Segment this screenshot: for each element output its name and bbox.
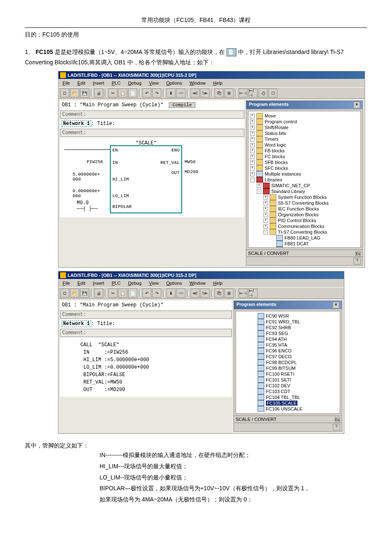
tree-item[interactable]: FC104 TBL_TBL	[237, 394, 339, 400]
save-button[interactable]: 💾	[80, 289, 89, 298]
network-comment[interactable]: Comment:	[60, 129, 244, 137]
catalog-button[interactable]: 📚	[214, 88, 224, 98]
tree-expand-icon[interactable]: -	[257, 189, 261, 194]
close-icon[interactable]: ×	[333, 302, 339, 308]
paste-button[interactable]: 📄	[128, 88, 137, 98]
elements-button[interactable]: ⊞	[224, 289, 234, 298]
tree-item[interactable]: +Communication Blocks	[249, 223, 360, 229]
menu-plc[interactable]: PLC	[108, 280, 124, 286]
tree-item[interactable]: +Program control	[249, 119, 360, 125]
menu-edit[interactable]: Edit	[74, 280, 89, 286]
toolbar[interactable]: 🗋 📂 💾 🖨 ✂ 📋 📄 ↶ ↷ ⬇ 👓 ≪! !≫ 📚 ⊞ ⊢⊣ ⊢/⊣ -…	[58, 87, 365, 99]
network-label[interactable]: Network 1	[62, 120, 91, 127]
tree-expand-icon[interactable]: -	[250, 178, 255, 182]
tree-item[interactable]: FC99 BITSUM	[237, 365, 339, 371]
tree-item[interactable]: FC95 HTA	[237, 342, 339, 348]
menu-insert[interactable]: Insert	[90, 280, 108, 286]
copy-button[interactable]: 📋	[118, 289, 127, 298]
tree-item[interactable]: -TI-S7 Converting Blocks	[249, 229, 360, 235]
tree-expand-icon[interactable]: +	[250, 114, 255, 118]
tree-item[interactable]: +Move	[249, 113, 360, 119]
tree-item[interactable]: FC97 DECO	[237, 354, 339, 359]
goto-button[interactable]: ≪!	[190, 289, 200, 298]
tree-expand-icon[interactable]: +	[250, 125, 255, 130]
network-label[interactable]: Network 1	[62, 320, 91, 327]
element-tree[interactable]: FC90 WSRFC91 WRD_TBLFC92 SHRBFC93 SEGFC9…	[236, 311, 340, 414]
cut-button[interactable]: ✂	[108, 88, 117, 98]
menu-view[interactable]: View	[146, 80, 162, 86]
tree-expand-icon[interactable]: +	[250, 120, 255, 124]
print-button[interactable]: 🖨	[94, 289, 103, 298]
download-button[interactable]: ⬇	[166, 88, 175, 98]
tree-item[interactable]: FC92 SHRB	[237, 325, 339, 330]
close-icon[interactable]: ×	[353, 102, 360, 108]
monitor-button[interactable]: 👓	[176, 88, 185, 98]
box-button[interactable]: ☐	[268, 88, 278, 98]
menu-window[interactable]: Window	[186, 280, 209, 286]
tree-item[interactable]: FB82 MCAT	[249, 247, 360, 248]
menu-edit[interactable]: Edit	[74, 80, 89, 86]
undo-button[interactable]: ↶	[142, 289, 151, 298]
tree-item[interactable]: +IEC Function Blocks	[249, 206, 360, 212]
tree-item[interactable]: +FC blocks	[249, 154, 360, 159]
cut-button[interactable]: ✂	[108, 289, 117, 298]
catalog-button[interactable]: 📚	[214, 289, 224, 298]
menu-debug[interactable]: Debug	[125, 80, 145, 86]
tree-item[interactable]: FC93 SEG	[237, 330, 339, 336]
print-button[interactable]: 🖨	[94, 88, 103, 98]
new-button[interactable]: 🗋	[60, 88, 69, 98]
tree-item[interactable]: FC101 SETI	[237, 377, 339, 383]
stl-code[interactable]: CALL "SCALE" IN :=PIW256 HI_LIM :=5.0000…	[60, 338, 232, 397]
tree-expand-icon[interactable]: +	[263, 201, 268, 205]
tree-item[interactable]: FC105 SCALE	[237, 400, 339, 406]
menu-view[interactable]: View	[146, 280, 162, 286]
contact-button[interactable]: ⊢⊣	[239, 289, 248, 298]
help-button[interactable]: ?	[353, 258, 361, 264]
ob-comment[interactable]: Comment:	[60, 311, 232, 319]
tree-item[interactable]: FC96 ENCO	[237, 348, 339, 354]
element-tree[interactable]: +Move+Program control+Shift/Rotate+Statu…	[248, 111, 361, 248]
tree-expand-icon[interactable]: +	[250, 131, 255, 136]
toolbar[interactable]: 🗋 📂 💾 🖨 ✂ 📋 📄 ↶ ↷ ⬇ 👓 ≪! !≫ 📚 ⊞ ⊢⊣ ⊢/⊣	[58, 287, 344, 299]
tree-item[interactable]: +Status bits	[249, 130, 360, 136]
tree-expand-icon[interactable]: +	[257, 183, 261, 188]
ob-comment[interactable]: Comment:	[60, 110, 244, 119]
new-button[interactable]: 🗋	[60, 289, 69, 298]
tree-item[interactable]: FC100 RSETI	[237, 371, 339, 377]
tree-expand-icon[interactable]: +	[250, 137, 255, 142]
contact-button[interactable]: ⊢⊣	[239, 88, 248, 98]
menu-options[interactable]: Options	[163, 280, 185, 286]
tree-item[interactable]: +Organization Blocks	[249, 212, 360, 218]
tree-expand-icon[interactable]: +	[250, 143, 255, 147]
menu-debug[interactable]: Debug	[125, 280, 145, 286]
tree-item[interactable]: +SFC blocks	[249, 165, 360, 171]
scale-block[interactable]: "SCALE" EN IN HI_LIM LO_LIM BIPOLAR ENO …	[110, 145, 182, 213]
tree-item[interactable]: +FB blocks	[249, 148, 360, 154]
tree-expand-icon[interactable]: +	[263, 224, 268, 229]
tree-item[interactable]: FC90 WSR	[237, 313, 339, 319]
open-button[interactable]: 📂	[70, 289, 79, 298]
tree-item[interactable]: FB81 DCAT	[249, 241, 360, 247]
expand-button[interactable]: E≤	[335, 417, 340, 422]
paste-button[interactable]: 📄	[128, 289, 137, 298]
tree-expand-icon[interactable]: +	[263, 213, 268, 217]
coil-button[interactable]: ⊢/⊣	[248, 289, 258, 298]
tree-item[interactable]: -Libraries	[249, 177, 360, 183]
tree-expand-icon[interactable]: +	[250, 149, 255, 153]
copy-button[interactable]: 📋	[118, 88, 127, 98]
menubar[interactable]: FileEditInsertPLCDebugViewOptionsWindowH…	[58, 279, 344, 287]
tree-item[interactable]: +SFB blocks	[249, 159, 360, 165]
tree-item[interactable]: +Multiple instances	[249, 171, 360, 177]
menu-help[interactable]: Help	[210, 280, 226, 286]
compile-button[interactable]: Compile	[169, 102, 195, 108]
menu-insert[interactable]: Insert	[90, 80, 108, 86]
tree-expand-icon[interactable]: +	[263, 218, 268, 223]
tree-item[interactable]: FC102 DEV	[237, 383, 339, 389]
tree-item[interactable]: +PID Control Blocks	[249, 218, 360, 223]
undo-button[interactable]: ↶	[142, 88, 151, 98]
tree-item[interactable]: +S5-S7 Converting Blocks	[249, 200, 360, 206]
menubar[interactable]: FileEditInsertPLCDebugViewOptionsWindowH…	[58, 79, 365, 87]
tree-expand-icon[interactable]: -	[263, 230, 268, 235]
output-button[interactable]: -()	[258, 88, 268, 98]
tree-item[interactable]: FC94 ATH	[237, 336, 339, 342]
